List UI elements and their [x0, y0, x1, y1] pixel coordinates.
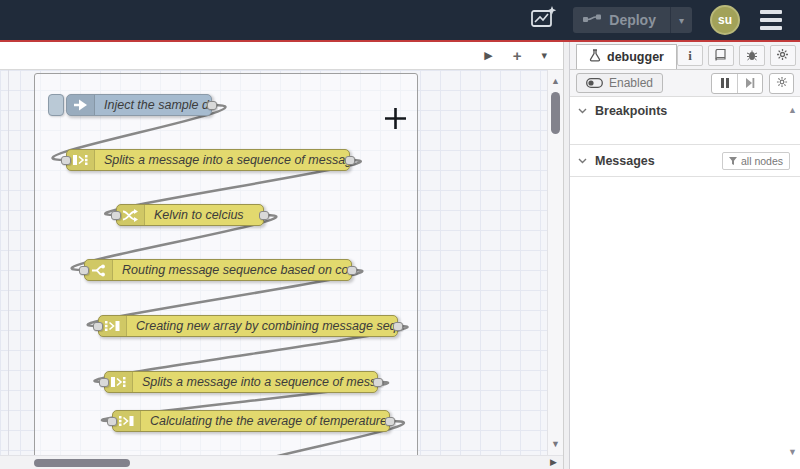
flow-node-join[interactable]: Calculating the the average of temperatu…	[112, 410, 390, 432]
sidebar-scroll-down-icon[interactable]: ▼	[788, 447, 797, 457]
node-output-port[interactable]	[259, 211, 269, 220]
split-icon	[67, 150, 95, 170]
scroll-down-icon[interactable]: ▼	[551, 437, 560, 451]
pause-button[interactable]	[712, 74, 737, 93]
tab-debugger[interactable]: debugger	[576, 44, 677, 69]
add-flow-button[interactable]: +	[513, 47, 522, 64]
info-icon: i	[688, 48, 692, 64]
deploy-button[interactable]: Deploy	[573, 7, 670, 33]
user-avatar[interactable]: su	[710, 5, 740, 35]
step-icon	[745, 74, 755, 92]
node-output-port[interactable]	[373, 378, 383, 387]
node-output-port[interactable]	[347, 266, 357, 275]
step-button[interactable]	[737, 74, 762, 93]
gear-icon	[776, 47, 789, 65]
flow-list-button[interactable]: ▾	[541, 49, 547, 62]
flow-node-split[interactable]: Splits a message into a sequence of mess…	[66, 149, 350, 171]
node-input-port[interactable]	[61, 156, 71, 165]
node-input-port[interactable]	[107, 417, 117, 426]
node-output-port[interactable]	[385, 417, 395, 426]
inject-arrow-icon	[67, 95, 95, 115]
debug-tab-button[interactable]	[739, 45, 765, 66]
deploy-options-button[interactable]: ▾	[670, 7, 692, 33]
horizontal-scroll-thumb[interactable]	[34, 459, 130, 467]
flow-node-split[interactable]: Splits a message into a sequence of mess…	[104, 371, 378, 393]
node-input-port[interactable]	[79, 266, 89, 275]
scroll-right-icon[interactable]: ▶	[550, 457, 557, 467]
book-icon	[714, 47, 727, 65]
inject-trigger-button[interactable]	[48, 94, 64, 116]
info-tab-button[interactable]: i	[677, 45, 703, 66]
flow-assistant-icon	[528, 4, 558, 36]
breakpoints-header[interactable]: Breakpoints	[570, 97, 800, 124]
messages-filter-button[interactable]: all nodes	[722, 152, 790, 170]
chevron-down-icon	[578, 158, 587, 164]
crosshair-cursor	[384, 107, 407, 134]
flow-node-change[interactable]: Kelvin to celcius	[116, 204, 264, 226]
pause-icon	[721, 78, 724, 88]
split-icon	[105, 372, 133, 392]
flow-canvas[interactable]: Inject the sample dataSplits a message i…	[0, 70, 547, 455]
node-input-port[interactable]	[111, 211, 121, 220]
flask-icon	[589, 49, 601, 65]
config-tab-button[interactable]	[770, 45, 796, 66]
debugger-toolbar: Enabled	[570, 70, 800, 97]
debug-step-controls	[711, 73, 763, 94]
node-label: Splits a message into a sequence of mess…	[95, 150, 350, 170]
node-label: Routing message sequence based on condit…	[113, 260, 352, 280]
canvas-vertical-scrollbar[interactable]: ▲ ▼	[547, 70, 563, 455]
fork-icon	[85, 260, 113, 280]
header-bar: Deploy ▾ su	[0, 0, 800, 40]
node-output-port[interactable]	[393, 322, 403, 331]
tab-debugger-label: debugger	[607, 50, 664, 64]
messages-title: Messages	[595, 154, 655, 168]
sidebar-scroll-up-icon[interactable]: ▲	[788, 105, 797, 115]
node-red-app: Deploy ▾ su ▶ + ▾	[0, 0, 800, 469]
deploy-button-group: Deploy ▾	[573, 7, 692, 33]
flow-node-inject[interactable]: Inject the sample data	[48, 94, 212, 116]
gear-icon	[776, 74, 788, 92]
node-label: Splits a message into a sequence of mess…	[133, 372, 378, 392]
join-icon	[99, 316, 127, 336]
scroll-up-icon[interactable]: ▲	[551, 74, 560, 88]
debugger-panel: Breakpoints Messages a	[570, 97, 800, 469]
funnel-icon	[729, 155, 737, 167]
flow-tabbar: ▶ + ▾	[0, 42, 563, 70]
debugger-settings-button[interactable]	[769, 73, 794, 94]
help-tab-button[interactable]	[708, 45, 734, 66]
node-output-port[interactable]	[345, 156, 355, 165]
canvas-horizontal-scrollbar[interactable]: ▶	[0, 455, 563, 469]
shuffle-icon	[117, 205, 145, 225]
main-menu-button[interactable]	[754, 6, 788, 34]
caret-down-icon: ▾	[679, 15, 684, 26]
avatar-initials: su	[718, 13, 732, 27]
flow-node-switch[interactable]: Routing message sequence based on condit…	[84, 259, 352, 281]
node-input-port[interactable]	[93, 322, 103, 331]
node-output-port[interactable]	[207, 101, 217, 110]
messages-header[interactable]: Messages all nodes	[570, 145, 800, 176]
vertical-scroll-thumb[interactable]	[551, 92, 560, 134]
tab-scroll-right-button[interactable]: ▶	[484, 49, 492, 62]
node-label: Inject the sample data	[95, 95, 212, 115]
flow-node-join[interactable]: Creating new array by combining message …	[98, 315, 398, 337]
debugger-enabled-toggle[interactable]: Enabled	[576, 73, 663, 93]
sidebar: debugger i	[570, 42, 800, 469]
hamburger-icon	[760, 10, 782, 14]
messages-filter-label: all nodes	[741, 155, 783, 167]
node-input-port[interactable]	[99, 378, 109, 387]
breakpoints-empty-list	[570, 124, 800, 144]
node-label: Kelvin to celcius	[145, 205, 254, 225]
breakpoints-title: Breakpoints	[595, 104, 667, 118]
workspace: ▶ + ▾ Inject the sample dataSplits a mes…	[0, 42, 564, 469]
sidebar-tabbar: debugger i	[570, 42, 800, 70]
node-label: Creating new array by combining message …	[127, 316, 398, 336]
breakpoints-section: Breakpoints	[570, 97, 800, 145]
deploy-label: Deploy	[609, 12, 656, 28]
flow-assistant-button[interactable]	[527, 5, 559, 35]
deploy-icon	[583, 11, 601, 29]
chevron-down-icon	[578, 108, 587, 114]
messages-section: Messages all nodes	[570, 145, 800, 177]
enabled-label: Enabled	[609, 76, 653, 90]
bug-icon	[746, 47, 758, 65]
toggle-on-icon	[586, 74, 603, 92]
